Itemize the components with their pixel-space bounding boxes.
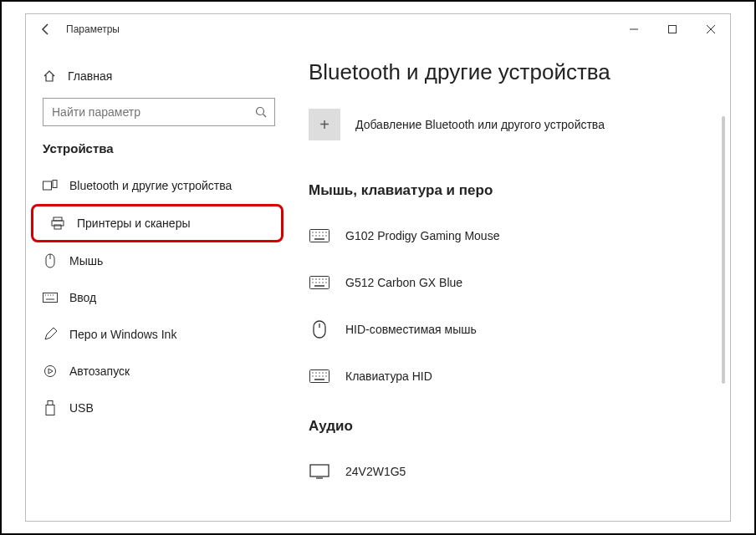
svg-line-5 xyxy=(263,115,267,118)
svg-point-39 xyxy=(325,278,326,279)
svg-point-44 xyxy=(325,282,326,283)
devices-icon xyxy=(43,180,58,191)
svg-point-29 xyxy=(315,235,316,236)
svg-point-51 xyxy=(319,372,319,373)
device-item[interactable]: HID-совместимая мышь xyxy=(309,306,730,353)
svg-point-36 xyxy=(315,278,316,279)
svg-point-40 xyxy=(312,282,313,283)
usb-icon xyxy=(43,400,58,415)
svg-point-31 xyxy=(322,235,323,236)
home-label: Главная xyxy=(68,69,112,83)
autoplay-icon xyxy=(43,364,58,378)
svg-point-52 xyxy=(322,372,323,373)
svg-point-43 xyxy=(322,282,323,283)
maximize-button[interactable] xyxy=(653,14,692,44)
device-label: Клавиатура HID xyxy=(345,369,432,383)
sidebar-item-label: Автозапуск xyxy=(69,364,130,378)
sidebar-item-label: Мышь xyxy=(69,254,103,268)
titlebar: Параметры xyxy=(26,14,730,44)
svg-point-35 xyxy=(312,278,313,279)
sidebar-item-autoplay[interactable]: Автозапуск xyxy=(26,353,292,390)
svg-point-32 xyxy=(325,235,326,236)
section-audio: Аудио xyxy=(309,418,730,435)
device-label: HID-совместимая мышь xyxy=(345,323,477,336)
sidebar-item-label: Bluetooth и другие устройства xyxy=(69,179,232,192)
svg-point-27 xyxy=(325,232,326,232)
keyboard-icon xyxy=(43,293,58,303)
svg-point-25 xyxy=(319,232,319,232)
device-item[interactable]: 24V2W1G5 xyxy=(309,448,730,495)
svg-rect-7 xyxy=(53,181,57,188)
device-item[interactable]: Клавиатура HID xyxy=(309,353,730,400)
svg-point-23 xyxy=(312,232,313,232)
svg-rect-8 xyxy=(54,217,62,221)
svg-rect-21 xyxy=(46,405,54,415)
main-panel: Bluetooth и другие устройства + Добавлен… xyxy=(292,44,730,521)
svg-point-41 xyxy=(315,282,316,283)
svg-rect-6 xyxy=(43,181,52,190)
svg-point-26 xyxy=(322,232,323,232)
scrollbar[interactable] xyxy=(722,116,725,384)
back-button[interactable] xyxy=(34,23,58,36)
svg-point-4 xyxy=(257,108,264,115)
add-device-label: Добавление Bluetooth или другого устройс… xyxy=(355,118,605,131)
home-nav[interactable]: Главная xyxy=(26,61,292,91)
sidebar-section-header: Устройства xyxy=(26,138,292,167)
svg-rect-60 xyxy=(310,465,329,476)
svg-rect-1 xyxy=(669,26,677,33)
pen-icon xyxy=(43,328,58,341)
svg-point-30 xyxy=(319,235,319,236)
sidebar-item-bluetooth[interactable]: Bluetooth и другие устройства xyxy=(26,167,292,204)
sidebar-item-usb[interactable]: USB xyxy=(26,390,292,426)
close-button[interactable] xyxy=(692,14,730,44)
sidebar: Главная Устройства Bluetooth и д xyxy=(26,44,292,521)
svg-point-42 xyxy=(319,282,319,283)
svg-point-28 xyxy=(312,235,313,236)
keyboard-icon xyxy=(309,229,330,242)
sidebar-item-label: Принтеры и сканеры xyxy=(77,217,190,230)
sidebar-item-label: Перо и Windows Ink xyxy=(69,328,176,341)
svg-point-53 xyxy=(325,372,326,373)
svg-rect-13 xyxy=(43,293,58,303)
monitor-icon xyxy=(309,464,330,479)
home-icon xyxy=(43,69,56,83)
svg-rect-20 xyxy=(48,401,53,405)
search-box[interactable] xyxy=(43,98,275,126)
device-label: G102 Prodigy Gaming Mouse xyxy=(345,229,499,242)
section-mouse-keyboard: Мышь, клавиатура и перо xyxy=(309,182,730,199)
mouse-icon xyxy=(43,253,58,268)
svg-point-54 xyxy=(312,375,313,376)
sidebar-item-mouse[interactable]: Мышь xyxy=(26,242,292,279)
settings-window: Параметры Главная xyxy=(25,13,731,522)
sidebar-item-label: Ввод xyxy=(69,291,96,304)
search-icon xyxy=(255,106,267,118)
device-label: 24V2W1G5 xyxy=(345,465,406,478)
sidebar-item-printers[interactable]: Принтеры и сканеры xyxy=(33,206,281,240)
plus-icon: + xyxy=(309,109,340,140)
sidebar-item-pen[interactable]: Перо и Windows Ink xyxy=(26,316,292,353)
page-title: Bluetooth и другие устройства xyxy=(309,59,730,85)
device-label: G512 Carbon GX Blue xyxy=(345,276,462,289)
svg-point-58 xyxy=(325,375,326,376)
sidebar-item-typing[interactable]: Ввод xyxy=(26,279,292,316)
sidebar-item-label: USB xyxy=(69,401,94,415)
svg-point-37 xyxy=(319,278,319,279)
svg-point-57 xyxy=(322,375,323,376)
svg-point-50 xyxy=(315,372,316,373)
device-item[interactable]: G512 Carbon GX Blue xyxy=(309,259,730,306)
svg-point-49 xyxy=(312,372,313,373)
minimize-button[interactable] xyxy=(615,14,653,44)
search-input[interactable] xyxy=(43,98,275,126)
svg-point-24 xyxy=(315,232,316,232)
keyboard-icon xyxy=(309,276,330,289)
add-device-row[interactable]: + Добавление Bluetooth или другого устро… xyxy=(309,109,730,140)
keyboard-icon xyxy=(309,369,330,383)
svg-point-38 xyxy=(322,278,323,279)
mouse-icon xyxy=(309,320,330,339)
svg-point-55 xyxy=(315,375,316,376)
device-item[interactable]: G102 Prodigy Gaming Mouse xyxy=(309,212,730,259)
window-title: Параметры xyxy=(66,23,120,35)
svg-point-56 xyxy=(319,375,319,376)
svg-point-19 xyxy=(45,366,56,377)
printer-icon xyxy=(50,217,65,230)
